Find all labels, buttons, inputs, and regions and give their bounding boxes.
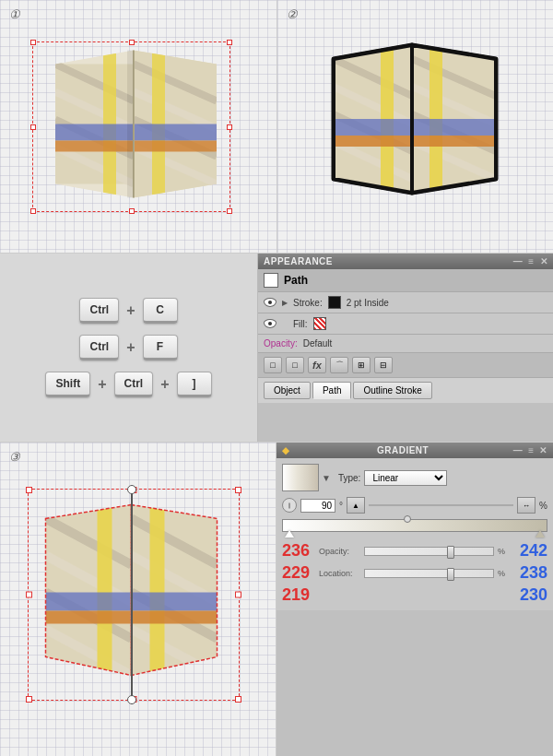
key-c[interactable]: C <box>143 298 178 324</box>
gradient-titlebar: ◆ GRADIENT — ≡ ✕ <box>276 443 553 458</box>
tab-path[interactable]: Path <box>312 382 352 399</box>
panel-body: Path ▶ Stroke: 2 pt Inside ▶ Fill: Opaci… <box>258 269 553 377</box>
bh-br[interactable] <box>235 696 241 703</box>
appearance-title: APPEARANCE <box>264 256 333 266</box>
gradient-preview-row: ▼ Type: Linear <box>282 464 547 491</box>
footer-btn-2[interactable]: □ <box>286 357 304 373</box>
map-image-3 <box>35 496 233 694</box>
r1-val: 236 <box>282 541 315 561</box>
handle-ml[interactable] <box>30 124 36 130</box>
bh-tl[interactable] <box>26 487 32 493</box>
stroke-value: 2 pt Inside <box>347 298 389 308</box>
canvas-2: ② <box>277 0 554 253</box>
rgb-row-r: 236 Opacity: % 242 <box>282 541 547 561</box>
rgb-row-g: 229 Location: % 238 <box>282 563 547 583</box>
opacity-value: Default <box>303 338 333 348</box>
pct-r: % <box>498 547 511 556</box>
angle-input[interactable] <box>300 499 335 513</box>
fill-color-swatch[interactable] <box>313 317 326 330</box>
gradient-bar <box>282 519 547 532</box>
location-slider[interactable] <box>364 569 494 578</box>
key-ctrl-1[interactable]: Ctrl <box>79 298 119 324</box>
stroke-row[interactable]: ▶ Stroke: 2 pt Inside <box>258 292 553 313</box>
handle-tl[interactable] <box>30 40 36 45</box>
tab-outline-stroke[interactable]: Outline Stroke <box>353 382 431 399</box>
g2-val: 238 <box>514 563 547 583</box>
bh-ml[interactable] <box>26 592 32 598</box>
type-select[interactable]: Linear <box>364 470 447 486</box>
handle-bl[interactable] <box>30 208 36 214</box>
eye-stroke[interactable] <box>264 298 276 307</box>
angle-step-up[interactable]: ▲ <box>347 497 365 514</box>
key-bracket[interactable]: ] <box>177 372 212 397</box>
handle-tr[interactable] <box>227 40 232 45</box>
svg-rect-62 <box>132 611 224 624</box>
footer-btn-1[interactable]: □ <box>264 357 282 373</box>
svg-rect-33 <box>329 136 418 147</box>
gradient-angle-row: ° ▲ ↔ % <box>282 497 547 514</box>
angle-spacer <box>369 504 513 506</box>
fx-btn[interactable]: fx <box>308 357 326 373</box>
close-icon-g[interactable]: ✕ <box>539 445 547 455</box>
opacity-row: Opacity: Default <box>258 335 553 353</box>
pct-label: % <box>539 501 547 511</box>
close-icon-appearance[interactable]: ✕ <box>540 256 548 266</box>
angle-icon <box>282 498 297 513</box>
fill-label: Fill: <box>293 319 308 329</box>
opacity-label-r: Opacity: <box>319 547 360 556</box>
gradient-stop-right[interactable] <box>535 530 545 537</box>
gradient-titlebar-controls: — ≡ ✕ <box>513 445 547 455</box>
svg-rect-10 <box>51 141 138 152</box>
gradient-title: GRADIENT <box>377 445 429 455</box>
transform-handle-top[interactable] <box>127 485 136 494</box>
bh-tr[interactable] <box>235 487 241 493</box>
step-1-label: ① <box>9 7 20 21</box>
footer-btn-4[interactable]: ⊞ <box>352 357 371 373</box>
handle-tc[interactable] <box>129 40 135 45</box>
pct-g: % <box>498 569 511 578</box>
g1-val: 229 <box>282 563 315 583</box>
reverse-btn[interactable]: ↔ <box>517 497 535 514</box>
key-f[interactable]: F <box>143 335 178 360</box>
plus-3: + <box>98 376 106 393</box>
svg-rect-61 <box>132 593 224 611</box>
step-2-label: ② <box>287 7 298 21</box>
key-ctrl-2[interactable]: Ctrl <box>79 335 119 360</box>
opacity-slider[interactable] <box>364 547 494 556</box>
minimize-icon-g[interactable]: — <box>513 445 524 455</box>
canvas-1: ① <box>0 0 277 253</box>
footer-btn-5[interactable]: ⊟ <box>374 357 393 373</box>
eye-fill[interactable] <box>264 319 276 328</box>
minimize-icon[interactable]: — <box>513 256 524 266</box>
expand-icon[interactable]: ≡ <box>528 256 534 266</box>
path-row: Path <box>258 269 553 292</box>
map-image-1 <box>46 46 230 207</box>
transform-handle-bottom[interactable] <box>127 695 136 704</box>
swatch-arrow: ▼ <box>322 473 331 483</box>
handle-br[interactable] <box>227 208 232 214</box>
svg-rect-19 <box>134 141 221 152</box>
bh-mr[interactable] <box>235 592 241 598</box>
type-label: Type: <box>338 473 360 483</box>
expand-icon-g[interactable]: ≡ <box>528 445 534 455</box>
key-shift[interactable]: Shift <box>45 372 90 397</box>
map-image-2 <box>323 39 507 214</box>
gradient-body: ▼ Type: Linear ° ▲ ↔ % <box>276 458 553 610</box>
footer-btn-3[interactable]: ⌒ <box>330 357 348 373</box>
panel-footer: □ □ fx ⌒ ⊞ ⊟ <box>258 353 553 377</box>
stroke-label: Stroke: <box>293 298 323 308</box>
arrow-stroke: ▶ <box>282 299 288 307</box>
bh-bl[interactable] <box>26 696 32 703</box>
bottom-row: ③ <box>0 443 553 756</box>
rgb-row-b: 219 230 <box>282 585 547 605</box>
shortcuts-panel: Ctrl + C Ctrl + F Shift + Ctrl + ] <box>0 254 258 442</box>
appearance-titlebar: APPEARANCE — ≡ ✕ <box>258 254 553 269</box>
gradient-stop-left[interactable] <box>285 530 294 537</box>
tab-object[interactable]: Object <box>264 382 311 399</box>
svg-rect-54 <box>42 611 139 624</box>
key-ctrl-3[interactable]: Ctrl <box>114 372 154 397</box>
stroke-color-swatch[interactable] <box>328 296 341 309</box>
canvas-3: ③ <box>0 443 276 756</box>
handle-bc[interactable] <box>129 208 135 214</box>
fill-row[interactable]: ▶ Fill: <box>258 313 553 335</box>
